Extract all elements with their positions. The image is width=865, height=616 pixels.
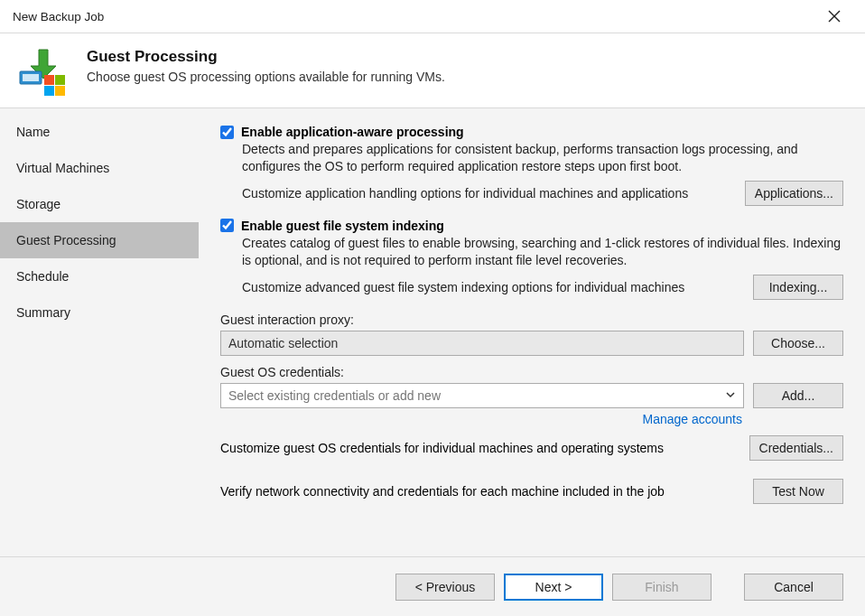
sidebar-item-name[interactable]: Name: [0, 114, 199, 150]
creds-label: Guest OS credentials:: [220, 365, 843, 379]
wizard-header: Guest Processing Choose guest OS process…: [0, 33, 865, 107]
finish-button: Finish: [612, 574, 712, 601]
previous-button[interactable]: < Previous: [395, 574, 495, 601]
chevron-down-icon: [725, 388, 736, 403]
indexing-sub-text: Customize advanced guest file system ind…: [242, 280, 742, 294]
app-aware-block: Enable application-aware processing Dete…: [220, 125, 843, 206]
indexing-desc: Creates catalog of guest files to enable…: [242, 235, 843, 269]
proxy-row: Automatic selection Choose...: [220, 331, 843, 356]
manage-accounts-link[interactable]: Manage accounts: [642, 412, 742, 426]
next-button[interactable]: Next >: [504, 574, 603, 601]
applications-button[interactable]: Applications...: [745, 181, 843, 206]
svg-rect-5: [55, 75, 65, 85]
indexing-sub-row: Customize advanced guest file system ind…: [242, 275, 843, 300]
manage-accounts-row: Manage accounts: [220, 412, 843, 426]
page-title: Guest Processing: [87, 48, 445, 66]
header-text: Guest Processing Choose guest OS process…: [87, 48, 445, 84]
svg-rect-6: [44, 86, 54, 96]
wizard-body: Name Virtual Machines Storage Guest Proc…: [0, 107, 865, 556]
credentials-customize-row: Customize guest OS credentials for indiv…: [220, 435, 843, 461]
creds-select[interactable]: Select existing credentials or add new: [220, 383, 744, 408]
verify-row: Verify network connectivity and credenti…: [220, 479, 843, 504]
page-subtitle: Choose guest OS processing options avail…: [87, 70, 445, 84]
choose-proxy-button[interactable]: Choose...: [753, 331, 843, 356]
close-icon: [828, 10, 841, 23]
app-aware-checkbox[interactable]: [220, 126, 234, 139]
add-creds-button[interactable]: Add...: [753, 383, 843, 408]
cancel-button[interactable]: Cancel: [744, 574, 843, 601]
wizard-footer: < Previous Next > Finish Cancel: [0, 556, 865, 616]
svg-rect-7: [55, 86, 65, 96]
indexing-button[interactable]: Indexing...: [753, 275, 843, 300]
wizard-content: Enable application-aware processing Dete…: [199, 108, 865, 556]
proxy-label: Guest interaction proxy:: [220, 313, 843, 327]
app-aware-title: Enable application-aware processing: [241, 125, 464, 139]
verify-text: Verify network connectivity and credenti…: [220, 484, 742, 499]
indexing-title: Enable guest file system indexing: [241, 219, 444, 233]
creds-placeholder: Select existing credentials or add new: [228, 388, 441, 403]
credentials-customize-text: Customize guest OS credentials for indiv…: [220, 441, 739, 455]
sidebar-item-guest-processing[interactable]: Guest Processing: [0, 222, 199, 258]
app-aware-desc: Detects and prepares applications for co…: [242, 141, 843, 175]
titlebar: New Backup Job: [0, 0, 865, 33]
creds-row: Select existing credentials or add new A…: [220, 383, 843, 408]
app-aware-sub-row: Customize application handling options f…: [242, 181, 843, 206]
window-title: New Backup Job: [13, 10, 814, 23]
indexing-block: Enable guest file system indexing Create…: [220, 219, 843, 300]
sidebar-item-virtual-machines[interactable]: Virtual Machines: [0, 150, 199, 186]
sidebar-item-summary[interactable]: Summary: [0, 294, 199, 331]
test-now-button[interactable]: Test Now: [753, 479, 843, 504]
credentials-button[interactable]: Credentials...: [749, 435, 843, 461]
indexing-checkbox[interactable]: [220, 219, 234, 232]
app-aware-sub-text: Customize application handling options f…: [242, 186, 734, 201]
sidebar-item-storage[interactable]: Storage: [0, 186, 199, 222]
svg-rect-3: [23, 74, 39, 81]
close-button[interactable]: [814, 3, 854, 30]
proxy-value: Automatic selection: [228, 336, 338, 350]
wizard-sidebar: Name Virtual Machines Storage Guest Proc…: [0, 108, 199, 556]
wizard-window: New Backup Job Guest Processing Choose g…: [0, 0, 865, 616]
sidebar-item-schedule[interactable]: Schedule: [0, 258, 199, 294]
indexing-row[interactable]: Enable guest file system indexing: [220, 219, 843, 233]
guest-processing-icon: [16, 48, 70, 97]
app-aware-row[interactable]: Enable application-aware processing: [220, 125, 843, 139]
svg-rect-4: [44, 75, 54, 85]
proxy-textbox: Automatic selection: [220, 331, 744, 356]
